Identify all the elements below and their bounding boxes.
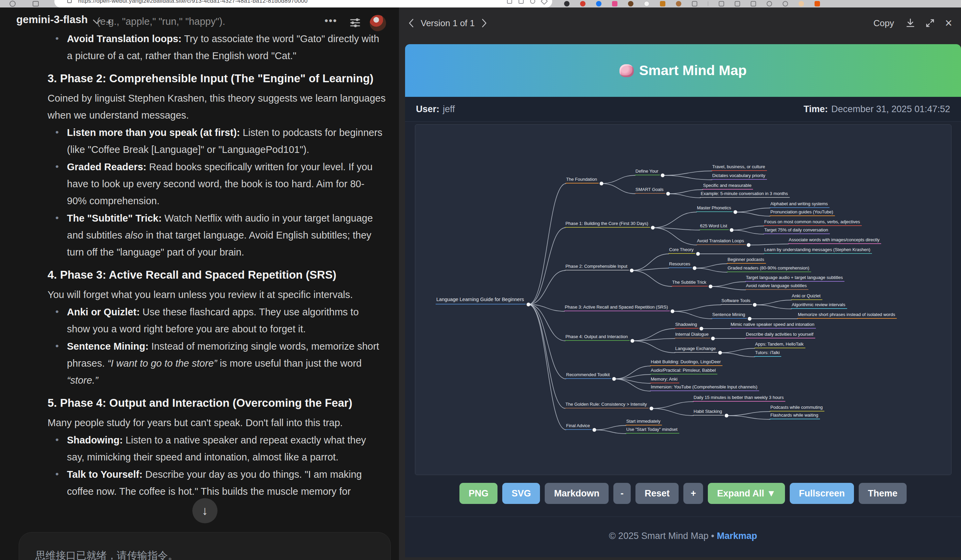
mindmap-node[interactable]: Mimic native speaker speed and intonatio…	[730, 321, 816, 329]
mindmap-node[interactable]: Phase 2: Comprehensible Input	[565, 263, 629, 271]
mindmap-node[interactable]: Phase 1: Building the Core (First 30 Day…	[565, 221, 650, 228]
mindmap-node[interactable]: Travel, business, or culture	[712, 164, 767, 171]
mindmap-node[interactable]: Avoid native language subtitles	[745, 283, 808, 290]
translate-icon[interactable]	[519, 0, 524, 4]
mindmap-node[interactable]: Phase 4: Output and Interaction	[565, 334, 630, 341]
mindmap-node[interactable]: Target 75% of daily conversation	[763, 227, 830, 234]
svg-export-button[interactable]: SVG	[502, 483, 540, 504]
model-selector[interactable]: gemini-3-flash	[16, 14, 88, 26]
outline-extension-icon[interactable]	[767, 1, 772, 6]
mindmap-node[interactable]: Memorize short phrases instead of isolat…	[797, 311, 897, 319]
markmap-link[interactable]: Markmap	[717, 531, 757, 541]
mindmap-node[interactable]: Memory: Anki	[650, 376, 679, 383]
mindmap-node[interactable]: Learn by understanding messages (Stephen…	[763, 247, 872, 254]
mindmap-node[interactable]: Internal Dialogue	[675, 331, 710, 339]
blue-extension-icon[interactable]	[596, 1, 601, 6]
mindmap-node[interactable]: Graded readers (80-90% comprehension)	[727, 265, 811, 272]
mindmap-node[interactable]: Podcasts while commuting	[770, 404, 824, 411]
new-chat-button[interactable]: +	[106, 16, 112, 28]
zoom-out-button[interactable]: -	[613, 483, 631, 504]
chat-input[interactable]: 思维接口已就绪，请传输指令。	[19, 532, 391, 560]
mindmap-node[interactable]: Daily 15 minutes is better than weekly 3…	[693, 395, 785, 402]
red-extension-icon[interactable]	[580, 1, 585, 6]
mindmap-node[interactable]: Shadowing	[675, 321, 699, 329]
mindmap-node[interactable]: 625 Word List	[699, 223, 729, 230]
search-icon[interactable]	[530, 0, 535, 4]
site-info-icon[interactable]	[67, 0, 72, 3]
mindmap-node[interactable]: Start immediately	[625, 418, 662, 425]
profile-avatar-icon[interactable]	[799, 1, 804, 6]
mindmap-node[interactable]: Describe daily activities to yourself	[745, 331, 815, 339]
mindmap-node[interactable]: Define Your	[635, 168, 660, 175]
mindmap-node[interactable]: Alphabet and writing systems	[770, 201, 829, 208]
ape-extension-icon[interactable]	[676, 1, 681, 6]
mindmap-node[interactable]: The Golden Rule: Consistency > Intensity	[565, 401, 649, 408]
outline-extension-icon[interactable]	[735, 1, 740, 6]
mindmap-node[interactable]: Associate words with images/concepts dir…	[788, 237, 881, 244]
expand-all-button[interactable]: Expand All ▼	[708, 483, 785, 504]
mindmap-canvas[interactable]: Language Learning Guide for BeginnersThe…	[415, 124, 951, 475]
outline-extension-icon[interactable]	[692, 1, 697, 6]
mindmap-node[interactable]: Pronunciation guides (YouTube)	[770, 209, 835, 216]
address-bar[interactable]: https://open-webui.yangtze2balidata.site…	[55, 0, 552, 8]
mindmap-node[interactable]: Algorithmic review intervals	[791, 302, 847, 309]
mindmap-node[interactable]: Final Advice	[566, 423, 591, 430]
mindmap-node[interactable]: Master Phonetics	[696, 205, 733, 212]
controls-sliders-icon[interactable]	[349, 17, 361, 29]
monkey-extension-icon[interactable]	[628, 1, 633, 6]
close-icon[interactable]: ×	[945, 20, 952, 27]
panda-extension-icon[interactable]	[644, 1, 649, 6]
chevron-down-icon[interactable]	[92, 19, 101, 24]
download-icon[interactable]	[906, 18, 915, 28]
zoom-in-button[interactable]: +	[683, 483, 703, 504]
theme-button[interactable]: Theme	[859, 483, 906, 504]
mindmap-node[interactable]: Focus on most common nouns, verbs, adjec…	[763, 219, 862, 226]
outline-extension-icon[interactable]	[750, 1, 756, 6]
more-options-button[interactable]: •••	[325, 15, 337, 27]
browser-brand-icon[interactable]	[815, 1, 820, 6]
next-version-button[interactable]	[482, 19, 487, 27]
outline-extension-icon[interactable]	[783, 1, 788, 6]
mindmap-node[interactable]: Example: 5-minute conversation in 3 mont…	[700, 191, 790, 198]
mindmap-node[interactable]: Language Exchange	[675, 346, 717, 353]
reader-mode-icon[interactable]	[507, 0, 512, 4]
mindmap-node[interactable]: SMART Goals	[635, 186, 665, 194]
notebook-extension-icon[interactable]	[660, 1, 665, 6]
mindmap-node[interactable]: Recommended Toolkit	[566, 372, 611, 379]
mindmap-node[interactable]: Audio/Practical: Pimsleur, Babbel	[650, 367, 717, 374]
mindmap-node[interactable]: The Foundation	[566, 177, 599, 183]
mindmap-node[interactable]: Sentence Mining	[712, 311, 747, 319]
previous-version-button[interactable]	[408, 19, 414, 27]
copy-button[interactable]: Copy	[873, 18, 894, 29]
markdown-export-button[interactable]: Markdown	[545, 483, 609, 504]
outline-extension-icon[interactable]	[719, 1, 724, 6]
glasses-extension-icon[interactable]	[564, 1, 569, 6]
pink-extension-icon[interactable]	[612, 1, 617, 6]
png-export-button[interactable]: PNG	[460, 483, 498, 504]
user-avatar[interactable]	[370, 15, 386, 31]
apps-grid-icon[interactable]	[33, 1, 39, 6]
mindmap-node[interactable]: Resources	[669, 261, 692, 268]
mindmap-node[interactable]: Core Theory	[669, 247, 695, 254]
open-fullscreen-icon[interactable]	[925, 18, 935, 28]
mindmap-node[interactable]: Specific and measurable	[702, 183, 753, 189]
fullscreen-button[interactable]: Fullscreen	[790, 483, 854, 504]
mindmap-node[interactable]: The Subtitle Trick	[672, 279, 708, 286]
mindmap-node[interactable]: Flashcards while waiting	[770, 412, 820, 419]
mindmap-node[interactable]: Tutors: iTalki	[754, 350, 781, 357]
mindmap-node[interactable]: Language Learning Guide for Beginners	[436, 296, 526, 305]
reload-icon[interactable]	[10, 1, 16, 7]
mindmap-node[interactable]: Use "Start Today" mindset	[625, 427, 679, 433]
mindmap-node[interactable]: Apps: Tandem, HelloTalk	[754, 341, 805, 348]
mindmap-node[interactable]: Beginner podcasts	[727, 257, 766, 264]
mindmap-node[interactable]: Avoid Translation Loops	[696, 238, 746, 245]
mindmap-node[interactable]: Dictates vocabulary priority	[712, 173, 767, 180]
mindmap-node[interactable]: Anki or Quizlet	[791, 293, 822, 300]
mindmap-node[interactable]: Habit Stacking	[693, 408, 724, 416]
mindmap-node[interactable]: Habit Building: Duolingo, LingoDeer	[650, 359, 722, 366]
mindmap-node[interactable]: Software Tools	[721, 298, 752, 305]
scroll-to-bottom-button[interactable]: ↓	[192, 498, 217, 523]
mindmap-node[interactable]: Phase 3: Active Recall and Spaced Repeti…	[564, 304, 670, 311]
mindmap-node[interactable]: Immersion: YouTube (Comprehensible Input…	[650, 384, 759, 391]
bookmark-star-icon[interactable]	[541, 0, 548, 5]
